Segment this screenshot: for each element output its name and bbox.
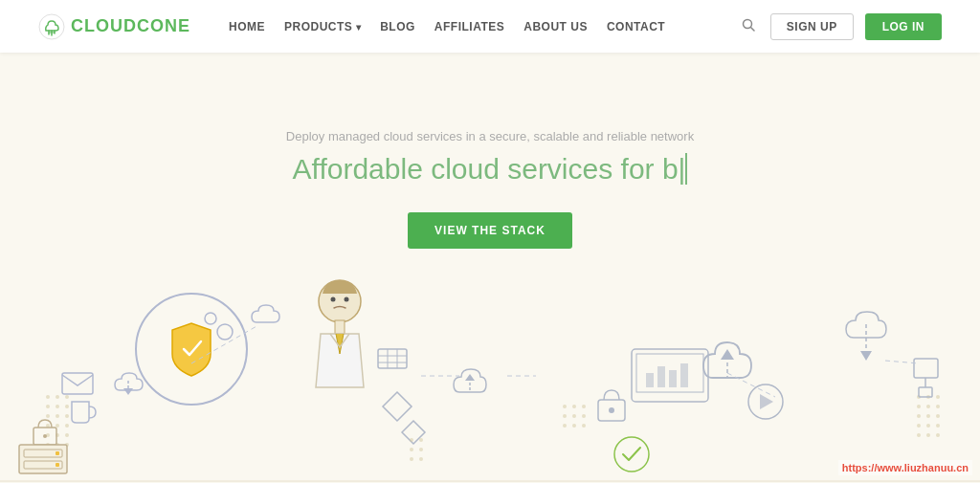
nav-right: SIGN UP LOG IN (738, 13, 942, 40)
svg-rect-45 (62, 373, 93, 394)
svg-point-31 (926, 424, 930, 428)
hero-subtitle: Deploy managed cloud services in a secur… (286, 129, 694, 143)
svg-point-14 (65, 424, 69, 428)
navbar: CLOUDCONE HOME PRODUCTS BLOG AFFILIATES … (0, 0, 980, 53)
svg-point-30 (917, 424, 921, 428)
logo-text: CLOUDCONE (71, 16, 190, 36)
svg-point-17 (65, 433, 69, 437)
hero-section: Deploy managed cloud services in a secur… (0, 53, 980, 483)
nav-home[interactable]: HOME (229, 20, 265, 33)
signup-button[interactable]: SIGN UP (770, 13, 854, 40)
svg-point-29 (936, 414, 940, 418)
svg-point-78 (563, 405, 567, 408)
svg-point-91 (410, 457, 413, 461)
svg-rect-66 (669, 370, 677, 387)
svg-marker-44 (123, 388, 133, 395)
svg-point-13 (56, 424, 59, 428)
svg-rect-52 (335, 320, 345, 334)
svg-rect-41 (56, 451, 59, 455)
nav-affiliates[interactable]: AFFILIATES (434, 20, 504, 33)
svg-point-28 (926, 414, 930, 418)
svg-rect-65 (657, 366, 665, 387)
svg-point-37 (43, 434, 47, 438)
svg-marker-54 (465, 374, 475, 381)
nav-about[interactable]: ABOUT US (523, 20, 588, 33)
logo-icon (38, 13, 65, 40)
svg-rect-67 (680, 363, 688, 387)
svg-point-9 (46, 414, 50, 418)
nav-blog[interactable]: BLOG (380, 20, 415, 33)
svg-point-85 (572, 424, 576, 428)
svg-point-82 (572, 414, 576, 418)
svg-rect-74 (914, 359, 938, 378)
svg-point-34 (926, 433, 930, 437)
svg-point-79 (572, 405, 576, 408)
svg-point-84 (563, 424, 567, 428)
svg-rect-42 (56, 463, 59, 467)
svg-point-23 (936, 395, 940, 399)
svg-point-92 (419, 457, 423, 461)
svg-point-32 (936, 424, 940, 428)
svg-point-50 (331, 297, 336, 302)
svg-point-51 (345, 297, 349, 302)
svg-point-25 (926, 405, 930, 408)
hero-illustration (0, 215, 980, 483)
svg-point-11 (65, 414, 69, 418)
svg-rect-76 (919, 387, 932, 397)
svg-point-10 (56, 414, 59, 418)
svg-point-47 (205, 313, 216, 324)
search-icon (742, 18, 755, 32)
nav-products[interactable]: PRODUCTS (284, 20, 361, 33)
svg-point-26 (936, 405, 940, 408)
svg-point-61 (609, 407, 614, 413)
svg-rect-64 (646, 373, 654, 387)
svg-point-27 (917, 414, 921, 418)
svg-point-87 (410, 438, 413, 442)
hero-title: Affordable cloud services for b| (293, 153, 688, 186)
svg-point-48 (217, 324, 233, 340)
svg-rect-55 (378, 349, 407, 368)
login-button[interactable]: LOG IN (865, 13, 942, 40)
svg-point-90 (419, 448, 423, 451)
svg-marker-69 (721, 349, 734, 360)
svg-point-6 (46, 405, 50, 408)
svg-point-5 (65, 395, 69, 399)
svg-point-3 (46, 395, 50, 399)
svg-marker-73 (860, 351, 872, 361)
svg-point-88 (419, 438, 423, 442)
svg-marker-71 (760, 394, 773, 409)
svg-point-89 (410, 448, 413, 451)
svg-point-8 (65, 405, 69, 408)
svg-point-33 (917, 433, 921, 437)
nav-links: HOME PRODUCTS BLOG AFFILIATES ABOUT US C… (229, 20, 738, 33)
search-button[interactable] (738, 14, 759, 38)
svg-point-83 (582, 414, 586, 418)
svg-point-4 (56, 395, 59, 399)
svg-point-35 (936, 433, 940, 437)
svg-point-80 (582, 405, 586, 408)
logo[interactable]: CLOUDCONE (38, 13, 190, 40)
watermark: https://www.liuzhanuu.cn (838, 460, 972, 475)
svg-point-7 (56, 405, 59, 408)
svg-point-77 (614, 437, 649, 472)
svg-point-86 (582, 424, 586, 428)
svg-point-24 (917, 405, 921, 408)
view-stack-button[interactable]: VIEW THE STACK (408, 212, 572, 249)
svg-point-81 (563, 414, 567, 418)
svg-line-2 (750, 28, 754, 32)
nav-contact[interactable]: CONTACT (607, 20, 665, 33)
